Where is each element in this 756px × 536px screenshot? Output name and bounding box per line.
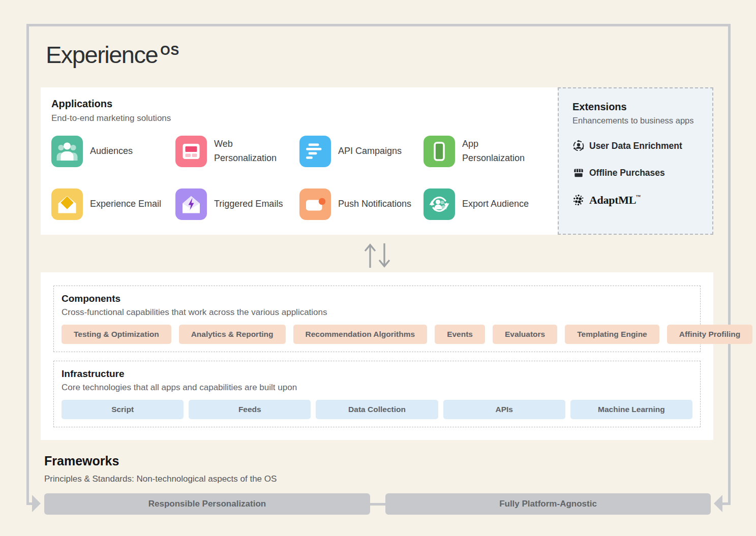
extensions-panel: Extensions Enhancements to business apps…: [558, 87, 713, 235]
infrastructure-subtitle: Core technologies that all apps and capa…: [62, 383, 692, 393]
adaptml-dots-logo: [572, 194, 585, 206]
extensions-subtitle: Enhancements to business apps: [572, 116, 699, 125]
experience-email-icon: [51, 188, 83, 220]
app-label: API Campaigns: [338, 144, 402, 159]
api-campaigns-icon: [299, 136, 331, 167]
chip-templating-engine: Templating Engine: [565, 325, 659, 344]
app-item-web-personalization: Web Personalization: [175, 136, 299, 167]
adaptml-wordmark: AdaptML™: [589, 194, 641, 207]
trademark-symbol: ™: [636, 194, 641, 199]
extensions-items: User Data Enrichment Offline Purchases: [572, 140, 699, 207]
extension-item-adaptml: AdaptML™: [572, 194, 699, 207]
extension-item-user-data-enrichment: User Data Enrichment: [572, 140, 699, 152]
frame-arrow-right-icon: [32, 495, 41, 512]
app-item-app-personalization: App Personlaization: [424, 136, 548, 167]
applications-grid: Audiences Web Personalization: [51, 136, 548, 220]
chip-script: Script: [62, 400, 184, 419]
chip-evaluators: Evaluators: [493, 325, 557, 344]
extensions-title: Extensions: [572, 101, 699, 113]
logo-brand-text: Experience: [46, 42, 158, 68]
infrastructure-chip-row: Script Feeds Data Collection APIs Machin…: [62, 400, 692, 419]
framework-bars-connector: [370, 503, 385, 506]
frame-arrow-left-icon: [714, 495, 722, 512]
app-label: Export Audience: [462, 197, 529, 211]
chip-testing-optimization: Testing & Optimization: [62, 325, 171, 344]
extension-label: Offline Purchases: [589, 168, 665, 178]
experience-os-logo: Experience OS: [46, 42, 179, 68]
logo-os-suffix: OS: [160, 43, 179, 58]
frame-right-elbow: [722, 502, 731, 505]
up-down-arrows-icon: [362, 242, 394, 269]
triggered-emails-icon: [175, 188, 207, 220]
components-section: Components Cross-functional capabilities…: [53, 286, 701, 352]
frame-left-border: [26, 24, 29, 503]
frame-right-border: [728, 24, 731, 503]
app-label: Push Notifications: [338, 197, 411, 211]
chip-machine-learning: Machine Learning: [570, 400, 692, 419]
frame-top-border: [26, 24, 731, 26]
chip-affinity-profiling: Affinity Profiling: [667, 325, 753, 344]
offline-purchases-icon: [572, 167, 585, 179]
components-title: Components: [62, 293, 692, 304]
experience-os-diagram: Experience OS Applications End-to-end ma…: [0, 0, 756, 536]
applications-title: Applications: [51, 98, 547, 110]
extension-label: User Data Enrichment: [589, 141, 682, 151]
app-item-push-notifications: Push Notifications: [299, 188, 424, 220]
user-data-enrichment-icon: [572, 140, 585, 152]
app-personalization-icon: [424, 136, 455, 167]
app-label: App Personlaization: [462, 137, 543, 166]
chip-feeds: Feeds: [189, 400, 311, 419]
components-subtitle: Cross-functional capabilities that work …: [62, 307, 692, 318]
framework-bar-responsible-personalization: Responsible Personalization: [44, 493, 370, 515]
infrastructure-section: Infrastructure Core technologies that al…: [53, 361, 701, 427]
app-label: Experience Email: [90, 197, 161, 211]
chip-data-collection: Data Collection: [316, 400, 438, 419]
infrastructure-title: Infrastructure: [62, 368, 692, 380]
framework-bar-fully-platform-agnostic: Fully Platform-Agnostic: [385, 493, 711, 515]
chip-analytics-reporting: Analytics & Reporting: [179, 325, 286, 344]
chip-events: Events: [435, 325, 485, 344]
extension-item-offline-purchases: Offline Purchases: [572, 167, 699, 179]
platform-stack-section: Components Cross-functional capabilities…: [41, 272, 713, 440]
applications-section: Applications End-to-end marketing soluti…: [41, 87, 558, 235]
applications-subtitle: End-to-end marketing solutions: [51, 113, 547, 123]
frameworks-subtitle: Principles & Standards: Non-technologica…: [44, 474, 277, 484]
web-personalization-icon: [175, 136, 207, 167]
app-label: Audiences: [90, 144, 133, 159]
app-item-triggered-emails: Triggered Emails: [175, 188, 299, 220]
audiences-icon: [51, 136, 83, 167]
app-item-export-audience: Export Audience: [424, 188, 548, 220]
app-item-api-campaigns: API Campaigns: [299, 136, 424, 167]
app-label: Web Personalization: [214, 137, 295, 166]
flow-arrows: [362, 242, 394, 271]
frameworks-title: Frameworks: [44, 454, 119, 468]
components-chip-row: Testing & Optimization Analytics & Repor…: [62, 325, 692, 344]
app-label: Triggered Emails: [214, 197, 283, 211]
chip-apis: APIs: [443, 400, 565, 419]
export-audience-icon: [424, 188, 455, 220]
chip-recommendation-algorithms: Recommendation Algorithms: [293, 325, 428, 344]
app-item-audiences: Audiences: [51, 136, 175, 167]
app-item-experience-email: Experience Email: [51, 188, 175, 220]
push-notifications-icon: [299, 188, 331, 220]
